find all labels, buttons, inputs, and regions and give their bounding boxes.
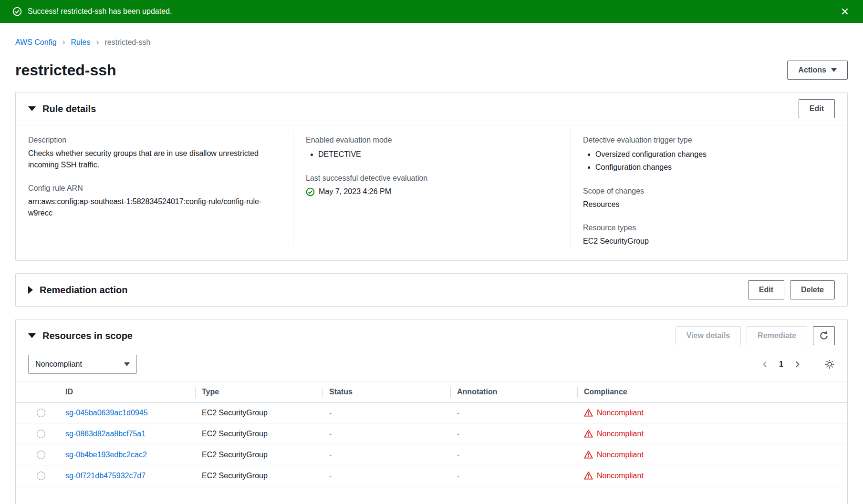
page-title: restricted-ssh [15,62,116,79]
compliance-status: Noncompliant [597,451,644,459]
success-circle-check-icon [306,187,315,196]
resource-id-link[interactable]: sg-045ba0639ac1d0945 [65,409,148,417]
scope-of-changes-field: Scope of changes Resources [583,187,831,210]
resource-status: - [322,423,450,444]
actions-button[interactable]: Actions [787,61,848,80]
compliance-filter-select[interactable]: Noncompliant [28,355,137,374]
trigger-type-label: Detective evaluation trigger type [583,136,831,144]
column-header-compliance: Compliance [577,382,847,402]
rule-details-body: Description Checks whether security grou… [16,125,847,260]
breadcrumb-separator-icon: › [62,37,65,47]
remediate-button[interactable]: Remediate [747,326,807,345]
column-header-annotation: Annotation [450,382,577,402]
evaluation-mode-label: Enabled evaluation mode [306,136,554,144]
warning-triangle-icon [584,450,593,459]
resource-id-link[interactable]: sg-0863d82aa8bcf75a1 [65,430,146,438]
next-page-button[interactable] [792,359,802,370]
success-check-icon [12,7,22,16]
warning-triangle-icon [584,471,593,480]
breadcrumb-separator-icon: › [96,37,99,47]
resources-header: Resources in scope View details Remediat… [16,319,847,352]
actions-button-label: Actions [798,66,826,74]
remediation-header: Remediation action Edit Delete [16,274,847,306]
resource-radio[interactable] [37,430,45,438]
resource-type: EC2 SecurityGroup [195,423,322,444]
rule-details-column-3: Detective evaluation trigger type Oversi… [570,129,847,247]
config-rule-arn-value: arn:aws:config:ap-southeast-1:5828345240… [28,196,277,219]
description-field: Description Checks whether security grou… [28,136,277,171]
table-row: sg-0b4be193edbc2cac2 EC2 SecurityGroup -… [16,444,847,465]
selection-column-header [16,382,59,402]
resource-type: EC2 SecurityGroup [195,465,322,486]
resource-id-link[interactable]: sg-0f721db475932c7d7 [65,472,146,480]
rule-details-expander[interactable]: Rule details [28,103,96,114]
rule-details-column-1: Description Checks whether security grou… [16,129,293,247]
config-rule-arn-label: Config rule ARN [28,184,277,193]
compliance-status: Noncompliant [597,472,644,480]
caret-right-icon [28,286,33,294]
resource-types-label: Resource types [583,224,831,232]
view-details-button[interactable]: View details [676,326,741,345]
scope-of-changes-value: Resources [583,199,831,210]
column-header-id: ID [59,382,195,402]
remediation-edit-button[interactable]: Edit [748,280,784,299]
pagination: 1 [760,359,835,370]
evaluation-mode-list: DETECTIVE [306,148,554,161]
remediation-action-section: Remediation action Edit Delete [15,273,848,307]
resource-annotation: - [450,465,577,486]
breadcrumb-current-page: restricted-ssh [104,38,150,47]
close-icon[interactable] [839,6,851,17]
resources-in-scope-section: Resources in scope View details Remediat… [15,319,848,504]
rule-details-title: Rule details [42,103,96,114]
settings-button[interactable] [824,359,835,370]
rule-details-section: Rule details Edit Description Checks whe… [15,92,848,261]
breadcrumb-aws-config[interactable]: AWS Config [15,38,57,47]
trigger-type-list: Oversized configuration changes Configur… [583,148,831,174]
resources-expander[interactable]: Resources in scope [28,330,133,341]
table-row: sg-0f721db475932c7d7 EC2 SecurityGroup -… [16,465,847,486]
resources-title: Resources in scope [42,330,133,341]
previous-page-button[interactable] [760,359,770,370]
resource-types-value: EC2 SecurityGroup [583,236,831,247]
breadcrumb-rules[interactable]: Rules [71,38,91,47]
resource-status: - [322,465,450,486]
rule-details-column-2: Enabled evaluation mode DETECTIVE Last s… [293,129,570,247]
caret-down-icon [28,106,36,111]
gear-icon [824,359,835,370]
rule-details-header: Rule details Edit [16,93,847,125]
page-header: restricted-ssh Actions [15,61,848,80]
resource-status: - [322,444,450,465]
remediation-delete-button[interactable]: Delete [790,280,835,299]
rule-details-edit-button[interactable]: Edit [799,99,835,118]
resource-annotation: - [450,402,577,423]
remediation-title: Remediation action [40,285,127,296]
column-header-type: Type [195,382,322,402]
resource-types-field: Resource types EC2 SecurityGroup [583,224,831,247]
resources-toolbar: Noncompliant 1 [16,352,847,381]
chevron-down-icon [124,362,130,366]
resource-type: EC2 SecurityGroup [195,402,322,423]
evaluation-mode-field: Enabled evaluation mode DETECTIVE [306,136,554,161]
last-evaluation-value: May 7, 2023 4:26 PM [319,186,391,197]
resources-table: ID Type Status Annotation Compliance sg-… [16,381,847,486]
resource-status: - [322,402,450,423]
resource-annotation: - [450,444,577,465]
resource-annotation: - [450,423,577,444]
resource-radio[interactable] [37,409,45,417]
caret-down-icon [28,333,36,338]
remediation-expander[interactable]: Remediation action [28,285,127,296]
current-page-number[interactable]: 1 [779,360,783,369]
page-content: AWS Config › Rules › restricted-ssh rest… [0,37,863,504]
column-header-status: Status [322,382,450,402]
table-header-row: ID Type Status Annotation Compliance [16,382,847,402]
config-rule-arn-field: Config rule ARN arn:aws:config:ap-southe… [28,184,277,219]
compliance-filter-value: Noncompliant [35,360,82,369]
refresh-button[interactable] [813,326,835,345]
refresh-icon [819,331,829,340]
success-flashbar: Success! restricted-ssh has been updated… [0,0,863,23]
resource-radio[interactable] [37,451,45,459]
resource-id-link[interactable]: sg-0b4be193edbc2cac2 [65,451,147,459]
last-evaluation-label: Last successful detective evaluation [306,174,554,183]
table-row: sg-045ba0639ac1d0945 EC2 SecurityGroup -… [16,402,847,423]
resource-radio[interactable] [37,472,45,480]
